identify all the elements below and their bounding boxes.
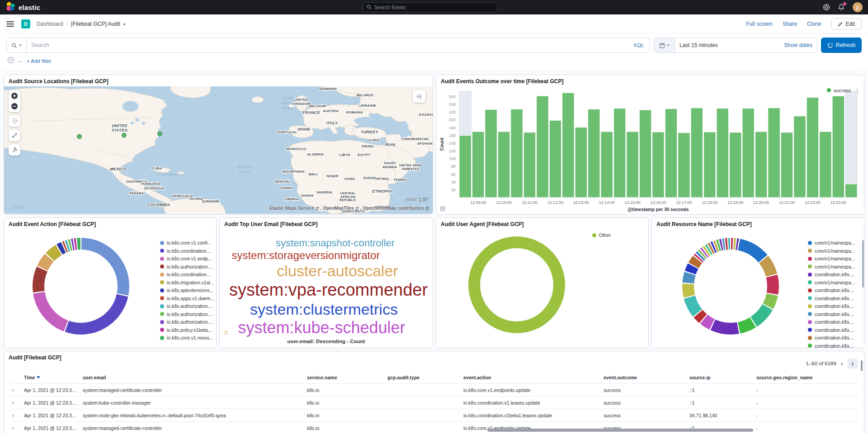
bar[interactable] <box>729 132 741 198</box>
legend-item[interactable]: core/v1/namespa... <box>808 256 861 261</box>
legend-item[interactable]: coordination.k8s.... <box>808 288 861 293</box>
donut-segment[interactable] <box>739 322 753 328</box>
donut-segment[interactable] <box>700 255 701 257</box>
bar[interactable] <box>485 109 497 198</box>
tag-cloud-word[interactable]: system:snapshot-controller <box>276 237 395 249</box>
legend-item[interactable]: coordination.k8s.... <box>808 311 861 317</box>
bar[interactable] <box>652 132 664 198</box>
legend-item[interactable]: io.k8s.apiextensions... <box>160 288 213 293</box>
bar[interactable] <box>562 93 574 198</box>
donut-segment[interactable] <box>723 244 725 245</box>
bar[interactable] <box>511 109 523 198</box>
legend-item[interactable]: io.k8s.authorization.... <box>160 303 213 309</box>
clone-button[interactable]: Clone <box>807 21 821 27</box>
donut-segment[interactable] <box>721 245 722 245</box>
legend-options-icon[interactable]: ⋮ <box>854 87 860 94</box>
show-dates-button[interactable]: Show dates <box>779 38 817 52</box>
bar[interactable] <box>691 108 703 198</box>
donut-segment[interactable] <box>72 244 74 245</box>
bar[interactable] <box>742 108 754 198</box>
user-avatar[interactable]: p <box>853 2 863 12</box>
date-picker-button[interactable] <box>654 38 675 52</box>
legend-item[interactable]: coordination.k8s.... <box>808 296 861 301</box>
donut-segment[interactable] <box>698 314 703 319</box>
search-input[interactable]: Search <box>27 38 628 52</box>
donut-segment[interactable] <box>693 259 698 265</box>
attribution-osm[interactable]: OpenStreetMap contributors <box>363 206 424 211</box>
donut-segment[interactable] <box>64 246 66 247</box>
legend-item[interactable]: io.k8s.migration.v1al... <box>160 280 213 285</box>
donut-segment[interactable] <box>704 319 712 324</box>
bar[interactable] <box>704 132 716 198</box>
full-screen-button[interactable]: Full screen <box>746 21 773 27</box>
column-header-source-geo-region-name[interactable]: source.geo.region_name <box>756 375 858 380</box>
legend-item[interactable]: io.k8s.authorization.... <box>160 311 213 317</box>
donut-segment[interactable] <box>702 254 703 255</box>
attribution-elastic-maps[interactable]: Elastic Maps Service <box>269 206 314 211</box>
map-measure-button[interactable] <box>9 130 20 141</box>
donut-segment[interactable] <box>42 258 49 268</box>
bar[interactable] <box>717 108 728 198</box>
donut-segment[interactable] <box>688 274 690 283</box>
bar[interactable] <box>768 108 780 198</box>
tag-cloud-word[interactable]: cluster-autoscaler <box>277 262 398 280</box>
horizontal-scrollbar[interactable] <box>487 429 753 432</box>
donut-segment[interactable] <box>713 247 714 247</box>
donut-segment[interactable] <box>474 242 559 327</box>
breadcrumb-dashboard[interactable]: Dashboard <box>37 21 63 27</box>
donut-segment[interactable] <box>67 295 123 329</box>
map-canvas[interactable]: NorthAtlanticOceanAtlanticOceanCaribbean… <box>4 86 433 214</box>
legend-toggle-icon[interactable]: ▤ <box>440 205 445 212</box>
legend-item[interactable]: coordination.k8s.... <box>808 272 861 277</box>
legend-item[interactable]: core/v1/namespa... <box>808 264 861 269</box>
row-expand-icon[interactable]: › <box>10 425 24 431</box>
donut-segment[interactable] <box>713 325 738 329</box>
donut-segment[interactable] <box>698 257 699 259</box>
donut-segment[interactable] <box>711 248 712 249</box>
legend-item[interactable]: io.k8s.core.v1.resou... <box>160 335 213 340</box>
bar[interactable] <box>639 110 651 198</box>
column-header-service-name[interactable]: service.name <box>307 375 387 380</box>
bar[interactable] <box>459 136 471 198</box>
map-data-point[interactable] <box>77 134 82 139</box>
donut-segment[interactable] <box>715 246 717 246</box>
edit-button[interactable]: Edit <box>831 18 862 30</box>
bar[interactable] <box>472 132 484 198</box>
bar[interactable] <box>781 132 793 198</box>
bar[interactable] <box>601 132 613 198</box>
dashboard-app-badge[interactable]: D <box>21 19 30 28</box>
legend-item[interactable]: io.k8s.core.v1.confi... <box>160 240 213 245</box>
bar[interactable] <box>537 96 548 198</box>
donut-segment[interactable] <box>764 259 772 275</box>
donut-segment[interactable] <box>739 245 763 259</box>
tag-cloud-word[interactable]: system:storageversionmigrator <box>231 249 380 262</box>
column-header-gcp-audit-type[interactable]: gcp.audit.type <box>387 375 463 380</box>
donut-segment[interactable] <box>67 245 69 246</box>
legend-item[interactable]: coordination.k8s.... <box>808 303 861 309</box>
filter-icon[interactable] <box>7 57 14 66</box>
add-filter-button[interactable]: + Add filter <box>27 58 52 64</box>
bar[interactable] <box>613 108 625 198</box>
bar[interactable] <box>627 132 638 198</box>
column-header-time[interactable]: Time <box>24 375 83 380</box>
chevron-down-icon[interactable]: ▾ <box>123 22 126 27</box>
tag-cloud-word[interactable]: system:kube-scheduler <box>238 318 405 337</box>
legend-item[interactable]: io.k8s.authorization.... <box>160 319 213 325</box>
donut-segment[interactable] <box>38 269 42 292</box>
column-header-event-outcome[interactable]: event.outcome <box>604 375 689 380</box>
donut-segment[interactable] <box>60 247 64 249</box>
table-scrollbar[interactable] <box>861 360 863 371</box>
map-data-point[interactable] <box>122 133 126 137</box>
legend-item[interactable]: core/v1/namespa... <box>808 240 861 245</box>
saved-query-menu-button[interactable] <box>7 38 27 52</box>
zoom-out-button[interactable] <box>11 103 18 110</box>
refresh-button[interactable]: Refresh <box>821 38 862 53</box>
bar[interactable] <box>524 132 535 198</box>
donut-segment[interactable] <box>772 276 773 294</box>
bar[interactable] <box>498 132 509 198</box>
legend-item[interactable]: coordination.k8s.... <box>808 319 861 325</box>
donut-segment[interactable] <box>708 249 710 250</box>
share-button[interactable]: Share <box>783 21 797 27</box>
bar[interactable] <box>755 132 767 198</box>
bar[interactable] <box>832 96 844 198</box>
